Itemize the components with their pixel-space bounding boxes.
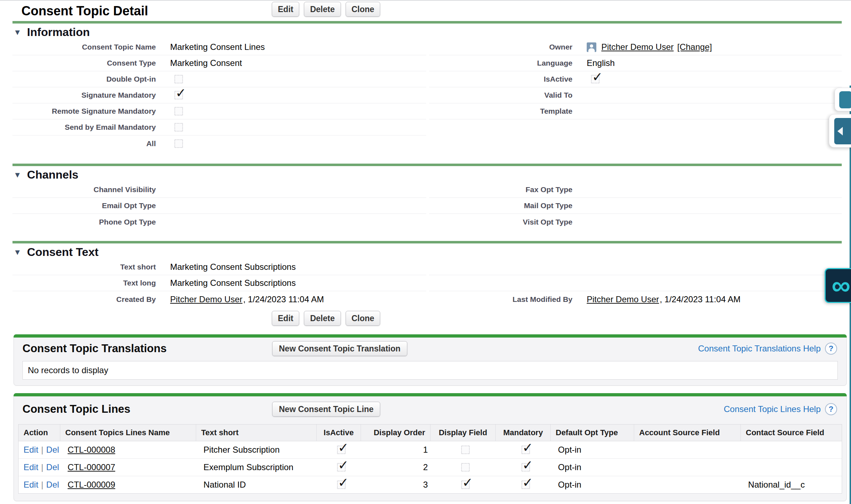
edit-button[interactable]: Edit xyxy=(272,2,299,17)
column-header: IsActive xyxy=(317,425,361,441)
row-del-link[interactable]: Del xyxy=(46,480,59,490)
field-row: Consent Topic Name Marketing Consent Lin… xyxy=(12,39,426,55)
pitcher-badge-button[interactable]: ∞ xyxy=(825,268,851,303)
field-label: Template xyxy=(429,107,572,115)
clone-button[interactable]: Clone xyxy=(346,2,381,17)
line-account-source-field xyxy=(637,459,743,476)
checkbox-unchecked xyxy=(174,139,183,148)
field-label: Phone Opt Type xyxy=(12,218,156,226)
row-del-link[interactable]: Del xyxy=(46,445,59,455)
field-label: Email Opt Type xyxy=(12,201,156,210)
checkbox-checked: ✓ xyxy=(521,463,530,472)
field-row: IsActive ✓ xyxy=(429,71,842,87)
clone-button[interactable]: Clone xyxy=(346,311,381,326)
field-row: Valid To xyxy=(429,87,842,103)
action-separator: | xyxy=(41,480,43,490)
change-owner-link[interactable]: [Change] xyxy=(677,42,712,52)
field-row: Channel Visibility xyxy=(12,182,426,198)
line-default-opt-type: Opt-in xyxy=(553,476,637,493)
page-title: Consent Topic Detail xyxy=(21,4,148,19)
lines-related-list: Consent Topic Lines New Consent Topic Li… xyxy=(14,393,847,501)
section-header-information: ▼ Information xyxy=(14,26,90,39)
field-row xyxy=(429,275,842,291)
checkbox-unchecked xyxy=(174,123,183,132)
column-header: Contact Source Field xyxy=(741,425,842,441)
checkbox-checked: ✓ xyxy=(521,446,530,454)
line-contact-source-field xyxy=(743,441,845,458)
table-row: Edit | Del CTL-000008 Pitcher Subscripti… xyxy=(19,441,842,459)
line-account-source-field xyxy=(637,441,743,458)
lines-title: Consent Topic Lines xyxy=(22,403,131,416)
translations-help-link[interactable]: Consent Topic Translations Help xyxy=(698,344,821,354)
check-icon: ✓ xyxy=(592,71,603,83)
information-fields: Consent Topic Name Marketing Consent Lin… xyxy=(12,39,842,153)
field-label: Last Modified By xyxy=(429,295,572,304)
translations-related-list: Consent Topic Translations New Consent T… xyxy=(14,334,847,386)
help-icon[interactable]: ? xyxy=(825,403,837,415)
checkbox-unchecked xyxy=(461,463,470,472)
field-label: Fax Opt Type xyxy=(429,185,572,194)
field-label: Text short xyxy=(12,263,156,271)
field-row: Created By Pitcher Demo User , 1/24/2023… xyxy=(12,291,426,307)
table-row: Edit | Del CTL-000009 National ID ✓ 3 ✓ … xyxy=(19,476,842,493)
field-label: Visit Opt Type xyxy=(429,218,572,226)
created-by-link[interactable]: Pitcher Demo User xyxy=(170,294,243,304)
column-header: Mandatory xyxy=(496,425,551,441)
field-row: Send by Email Mandatory xyxy=(12,119,426,135)
action-separator: | xyxy=(41,445,43,455)
line-display-order: 1 xyxy=(363,441,433,458)
row-edit-link[interactable]: Edit xyxy=(24,462,38,472)
field-row: Owner Pitcher Demo User [Change] xyxy=(429,39,842,55)
line-default-opt-type: Opt-in xyxy=(553,441,637,458)
lines-help-link[interactable]: Consent Topic Lines Help xyxy=(724,404,821,414)
row-edit-link[interactable]: Edit xyxy=(24,480,38,490)
collapse-icon[interactable]: ▼ xyxy=(14,170,21,180)
no-records-message: No records to display xyxy=(22,361,838,380)
help-icon[interactable]: ? xyxy=(825,343,837,355)
field-label: Mail Opt Type xyxy=(429,201,572,210)
field-row xyxy=(429,259,842,275)
delete-button[interactable]: Delete xyxy=(304,2,341,17)
line-text-short: National ID xyxy=(199,476,319,493)
last-modified-by-link[interactable]: Pitcher Demo User xyxy=(587,294,659,304)
section-title: Channels xyxy=(27,168,78,181)
line-text-short: Pitcher Subscription xyxy=(199,441,319,458)
side-panel-toggle-button[interactable] xyxy=(834,118,851,144)
checkbox-checked: ✓ xyxy=(337,480,346,489)
page-top-border xyxy=(0,0,851,1)
line-name-link[interactable]: CTL-000007 xyxy=(68,462,115,472)
new-consent-topic-line-button[interactable]: New Consent Topic Line xyxy=(272,402,380,417)
scrollbar-thumb[interactable] xyxy=(839,91,851,108)
field-value: Marketing Consent Lines xyxy=(170,42,265,52)
delete-button[interactable]: Delete xyxy=(304,311,341,326)
field-label: Channel Visibility xyxy=(12,185,156,194)
new-consent-topic-translation-button[interactable]: New Consent Topic Translation xyxy=(272,341,407,356)
check-icon: ✓ xyxy=(462,476,473,489)
created-by-date: , 1/24/2023 11:04 AM xyxy=(243,294,324,304)
check-icon: ✓ xyxy=(338,459,349,472)
field-row: Email Opt Type xyxy=(12,198,426,214)
user-avatar-icon xyxy=(587,42,596,52)
table-row: Edit | Del CTL-000007 Exemplum Subscript… xyxy=(19,459,842,476)
field-row: Remote Signature Mandatory xyxy=(12,103,426,119)
field-label: All xyxy=(12,139,156,148)
row-del-link[interactable]: Del xyxy=(46,462,59,472)
collapse-icon[interactable]: ▼ xyxy=(14,28,21,37)
column-header: Default Opt Type xyxy=(551,425,634,441)
check-icon: ✓ xyxy=(175,87,186,99)
check-icon: ✓ xyxy=(523,441,533,454)
row-edit-link[interactable]: Edit xyxy=(24,445,38,455)
owner-link[interactable]: Pitcher Demo User xyxy=(601,42,674,52)
field-row: Fax Opt Type xyxy=(429,182,842,198)
field-value: English xyxy=(587,58,615,68)
collapse-icon[interactable]: ▼ xyxy=(14,248,21,257)
field-row: Consent Type Marketing Consent xyxy=(12,55,426,71)
edit-button[interactable]: Edit xyxy=(272,311,299,326)
line-name-link[interactable]: CTL-000009 xyxy=(68,480,115,490)
line-name-link[interactable]: CTL-000008 xyxy=(68,445,115,455)
column-header: Display Field xyxy=(430,425,496,441)
panel-accent-bar xyxy=(14,393,847,396)
chevron-left-icon xyxy=(837,127,843,135)
checkbox-unchecked xyxy=(461,446,470,454)
field-row: Phone Opt Type xyxy=(12,214,426,230)
